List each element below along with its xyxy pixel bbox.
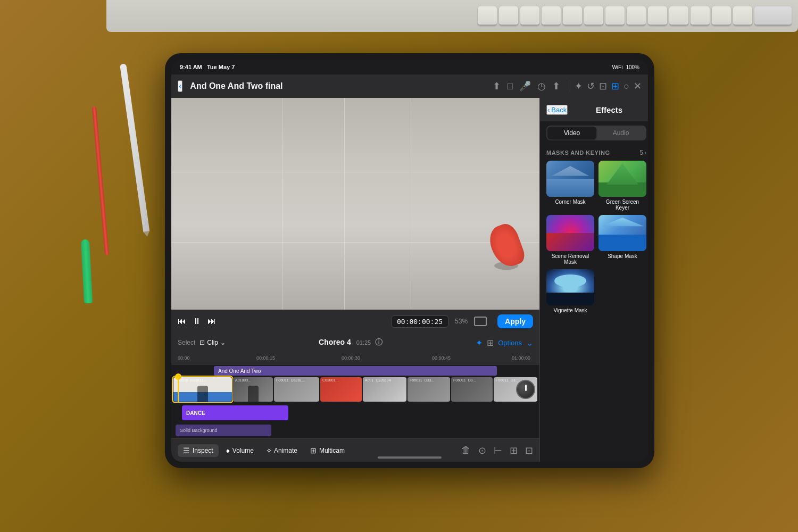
section-title: MASKS AND KEYING xyxy=(546,149,610,156)
wifi-icon: WiFi xyxy=(612,64,622,70)
magic-icon[interactable]: ✦ xyxy=(476,338,483,348)
key xyxy=(605,6,625,26)
solid-bg-track[interactable]: Solid Background xyxy=(176,425,271,436)
clip-F06011[interactable]: F06011_D3281... xyxy=(274,377,319,402)
voiceover-icon[interactable]: ◷ xyxy=(537,80,546,92)
inspect-button[interactable]: ☰ Inspect xyxy=(178,444,219,457)
delete-button[interactable]: 🗑 xyxy=(461,445,471,456)
split-button[interactable]: ⊢ xyxy=(494,445,502,456)
camera-icon[interactable]: □ xyxy=(507,81,513,92)
playhead[interactable] xyxy=(178,376,179,403)
clip-A01003[interactable]: A01003... xyxy=(233,377,273,402)
panel-header: ‹ Back Effects xyxy=(540,98,648,121)
playback-controls: ⏮ ⏸ ⏭ 00:00:00:25 53% Apply xyxy=(171,310,539,333)
grid-overlay xyxy=(171,98,539,310)
effect-vignette-mask[interactable]: Vignette Mask xyxy=(546,269,594,313)
key xyxy=(691,6,710,26)
speed-button[interactable]: ⊡ xyxy=(525,445,533,456)
apply-button[interactable]: Apply xyxy=(497,314,533,328)
scene-removal-thumbnail xyxy=(546,215,594,251)
playhead-marker xyxy=(175,373,181,380)
volume-knob[interactable] xyxy=(516,380,535,399)
video-section: ⏮ ⏸ ⏭ 00:00:00:25 53% Apply Select ⊡ Cli… xyxy=(171,98,539,462)
clip-F06010[interactable]: F06010_D32811... xyxy=(173,377,232,402)
multicam-icon: ⊞ xyxy=(310,446,317,455)
grid-line-v3 xyxy=(411,98,411,310)
effect-scene-removal[interactable]: Scene Removal Mask xyxy=(546,215,594,265)
red-figure xyxy=(489,214,521,267)
dance-track[interactable]: DANCE xyxy=(182,405,288,420)
aspect-ratio-icon[interactable] xyxy=(474,317,487,326)
multicam-button[interactable]: ⊞ Multicam xyxy=(305,444,350,457)
tab-audio[interactable]: Audio xyxy=(596,127,645,139)
effect-green-screen[interactable]: Green Screen Keyer xyxy=(598,161,646,211)
video-preview xyxy=(171,98,539,310)
panel-back-button[interactable]: ‹ Back xyxy=(546,105,568,115)
ipad-screen: 9:41 AM Tue May 7 WiFi 100% ‹ And One An… xyxy=(171,60,648,462)
title-clip[interactable]: And One And Two xyxy=(214,366,497,376)
effects-panel: ‹ Back Effects Video Audio MASKS AND KEY… xyxy=(539,98,648,462)
shape-mask-thumbnail xyxy=(598,215,646,251)
tracks-area: F06010_D32811... A01003... F06011_D3281.… xyxy=(171,376,539,403)
ruler-mark-45: 00:00:45 xyxy=(432,355,451,361)
clip-selector[interactable]: ⊡ Clip ⌄ xyxy=(200,339,226,346)
clip-C03001[interactable]: C03001... xyxy=(320,377,362,402)
panel-tabs: Video Audio xyxy=(546,126,646,140)
battery-icon: 100% xyxy=(626,64,639,70)
forward-button[interactable]: ⏭ xyxy=(207,317,216,326)
ruler-mark-0: 00:00 xyxy=(178,355,190,361)
main-video-track: F06010_D32811... A01003... F06011_D3281.… xyxy=(171,376,539,403)
grid-icon[interactable]: ⊞ xyxy=(487,338,494,348)
panel-title: Effects xyxy=(572,105,646,114)
key xyxy=(669,6,688,26)
clip-F06011-2[interactable]: F06011_D33... xyxy=(408,377,450,402)
detach-button[interactable]: ⊞ xyxy=(510,445,518,456)
volume-icon: ♦ xyxy=(226,446,230,455)
effect-corner-mask[interactable]: Corner Mask xyxy=(546,161,594,211)
filter-active-icon[interactable]: ⊞ xyxy=(611,80,619,92)
share-icon[interactable]: ⬆ xyxy=(552,80,560,92)
clip-label: F06011_D33... xyxy=(410,378,434,382)
checkmark-button[interactable]: ⊙ xyxy=(478,445,486,456)
vignette-thumbnail xyxy=(546,269,594,305)
export-icon[interactable]: ⬆ xyxy=(493,80,501,92)
circle-icon[interactable]: ○ xyxy=(624,81,629,92)
clip-F06011-3[interactable]: F06011_D3... xyxy=(451,377,493,402)
nav-bar: ‹ And One And Two final ⬆ □ 🎤 ◷ ⬆ ✦ ↺ ⊡ … xyxy=(171,74,648,98)
close-icon[interactable]: ✕ xyxy=(634,80,642,92)
clip-label: F06011_D3... xyxy=(496,378,518,382)
sparkle-icon[interactable]: ✦ xyxy=(575,80,583,92)
clip-A001[interactable]: A001_D328134 xyxy=(363,377,406,402)
volume-button[interactable]: ♦ Volume xyxy=(221,444,259,457)
clip-label: Clip xyxy=(207,339,218,346)
vignette-label: Vignette Mask xyxy=(553,307,587,313)
options-button[interactable]: Options xyxy=(498,339,522,347)
animate-icon: ⟡ xyxy=(267,446,271,455)
key xyxy=(712,6,731,26)
rotate-icon[interactable]: ↺ xyxy=(587,80,595,92)
status-bar: 9:41 AM Tue May 7 WiFi 100% xyxy=(171,60,648,74)
nav-icons: ⬆ □ 🎤 ◷ ⬆ xyxy=(493,80,560,92)
key xyxy=(499,6,518,26)
tab-video[interactable]: Video xyxy=(547,127,596,139)
key xyxy=(627,6,646,26)
timeline-header: Select ⊡ Clip ⌄ Choreo 4 01:25 ⓘ ✦ ⊞ xyxy=(171,333,539,352)
photo-icon[interactable]: ⊡ xyxy=(599,80,607,92)
key xyxy=(520,6,539,26)
bg-track-row: Solid Background xyxy=(171,422,539,438)
clip-label: C03001... xyxy=(322,378,338,382)
pause-button[interactable]: ⏸ xyxy=(193,317,201,326)
key xyxy=(542,6,561,26)
grid-line-h2 xyxy=(171,242,539,243)
person-silhouette xyxy=(248,386,259,402)
animate-button[interactable]: ⟡ Animate xyxy=(261,444,303,457)
back-button[interactable]: ‹ xyxy=(178,80,182,92)
mic-icon[interactable]: 🎤 xyxy=(519,80,531,92)
inspect-icon: ☰ xyxy=(183,446,190,455)
key xyxy=(584,6,603,26)
select-label: Select xyxy=(178,339,195,346)
effect-shape-mask[interactable]: Shape Mask xyxy=(598,215,646,265)
content-area: ⏮ ⏸ ⏭ 00:00:00:25 53% Apply Select ⊡ Cli… xyxy=(171,98,648,462)
rewind-button[interactable]: ⏮ xyxy=(178,317,186,326)
clip-label: F06011_D3281... xyxy=(276,378,305,382)
